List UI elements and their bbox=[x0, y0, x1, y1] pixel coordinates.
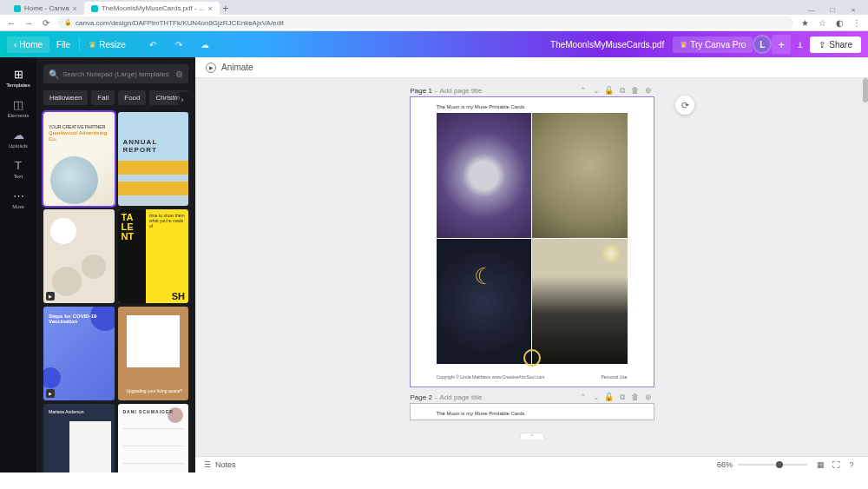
template-item[interactable]: ANNUAL REPORT bbox=[118, 112, 189, 206]
close-icon[interactable]: × bbox=[73, 4, 77, 13]
file-menu[interactable]: File bbox=[49, 36, 77, 53]
forward-icon[interactable]: → bbox=[23, 17, 35, 29]
page-header: Page 1 - Add page title ⌃ ⌄ 🔓 ⧉ 🗑 ⊕ bbox=[411, 85, 654, 96]
grid-view-icon[interactable]: ▦ bbox=[812, 457, 828, 472]
zoom-thumb[interactable] bbox=[776, 461, 783, 468]
cursor-indicator bbox=[523, 349, 541, 367]
rail-templates[interactable]: ⊞Templates bbox=[0, 63, 36, 93]
card-grid bbox=[437, 113, 628, 364]
uploads-icon: ☁ bbox=[13, 129, 24, 142]
rail-text[interactable]: TText bbox=[0, 154, 36, 184]
bookmark-icon[interactable]: ☆ bbox=[816, 17, 828, 29]
notes-icon: ☰ bbox=[204, 460, 211, 469]
search-options-icon[interactable]: ⚙ bbox=[175, 69, 183, 79]
undo-icon[interactable]: ↶ bbox=[143, 35, 162, 54]
duplicate-icon[interactable]: ⧉ bbox=[617, 85, 628, 96]
try-pro-button[interactable]: ♛ Try Canva Pro bbox=[673, 36, 753, 53]
page-canvas[interactable]: The Moon is my Muse Printable Cards Copy… bbox=[411, 97, 654, 387]
document-heading[interactable]: The Moon is my Muse Printable Cards bbox=[437, 104, 628, 109]
add-page-icon[interactable]: ⊕ bbox=[643, 85, 654, 96]
page-block: Page 1 - Add page title ⌃ ⌄ 🔓 ⧉ 🗑 ⊕ The … bbox=[411, 85, 654, 387]
tab-label: TheMoonIsMyMuseCards.pdf - ... bbox=[102, 4, 205, 12]
chip-halloween[interactable]: Halloween bbox=[43, 90, 88, 105]
home-button[interactable]: ‹ Home bbox=[7, 36, 49, 53]
template-item[interactable]: Mariana Anderson bbox=[43, 404, 115, 472]
resize-button[interactable]: ♛ Resize bbox=[82, 36, 133, 53]
template-item[interactable]: YOUR CREATIVE PARTNERQuarkwood Advertisi… bbox=[43, 112, 115, 206]
text-icon: T bbox=[15, 159, 22, 172]
trash-icon[interactable]: 🗑 bbox=[630, 85, 641, 96]
lock-icon[interactable]: 🔓 bbox=[604, 85, 615, 96]
card-image-moon[interactable] bbox=[437, 113, 532, 238]
scrollbar[interactable] bbox=[863, 78, 868, 456]
refresh-button[interactable]: ⟳ bbox=[675, 96, 694, 115]
template-item[interactable]: Steps for COVID-19 Vaccination ▶ bbox=[43, 307, 115, 400]
minimize-icon[interactable]: — bbox=[804, 4, 819, 15]
rail-elements[interactable]: ◫Elements bbox=[0, 93, 36, 123]
zoom-slider[interactable] bbox=[738, 464, 807, 466]
animate-icon: ▶ bbox=[206, 63, 216, 73]
zoom-value[interactable]: 66% bbox=[717, 460, 733, 469]
chevron-right-icon[interactable]: › bbox=[176, 92, 188, 105]
add-page-icon[interactable]: ⊕ bbox=[643, 392, 654, 402]
new-tab-button[interactable]: + bbox=[220, 3, 232, 15]
page-title-input[interactable]: Add page title bbox=[440, 393, 483, 401]
canvas-viewport[interactable]: Page 1 - Add page title ⌃ ⌄ 🔓 ⧉ 🗑 ⊕ The … bbox=[195, 78, 868, 456]
template-item[interactable]: TA LE NT time to show them what you're m… bbox=[118, 209, 189, 303]
trash-icon[interactable]: 🗑 bbox=[630, 392, 641, 402]
animate-button[interactable]: Animate bbox=[221, 63, 253, 72]
crown-icon: ♛ bbox=[89, 40, 96, 50]
rail-uploads[interactable]: ☁Uploads bbox=[0, 123, 36, 154]
document-heading[interactable]: The Moon is my Muse Printable Cards bbox=[437, 411, 628, 416]
maximize-icon[interactable]: □ bbox=[825, 4, 840, 15]
tab-label: Home - Canva bbox=[24, 4, 69, 12]
browser-tab[interactable]: Home - Canva × bbox=[7, 2, 84, 15]
page-canvas[interactable]: The Moon is my Muse Printable Cards bbox=[411, 404, 654, 420]
chip-food[interactable]: Food bbox=[118, 90, 146, 105]
profile-icon[interactable]: ◐ bbox=[833, 17, 845, 29]
separator bbox=[79, 37, 80, 51]
card-image-moonface[interactable] bbox=[532, 113, 628, 238]
url-input[interactable]: 🔒 canva.com/design/DAFPimTHTFk/KUN4on8Gj… bbox=[57, 17, 793, 29]
canvas-area: ▶ Animate Page 1 - Add page title ⌃ ⌄ 🔓 … bbox=[195, 57, 868, 472]
help-icon[interactable]: ? bbox=[844, 457, 859, 472]
duplicate-icon[interactable]: ⧉ bbox=[617, 392, 628, 402]
document-title[interactable]: TheMoonIsMyMuseCards.pdf bbox=[550, 40, 664, 50]
lock-icon: 🔒 bbox=[64, 19, 72, 26]
share-button[interactable]: ⇪ Share bbox=[810, 36, 861, 53]
back-icon[interactable]: ← bbox=[5, 17, 17, 29]
card-image-lotus[interactable] bbox=[437, 239, 532, 364]
chevron-up-icon[interactable]: ⌃ bbox=[578, 85, 589, 96]
add-collaborator-button[interactable]: + bbox=[772, 35, 791, 54]
lock-icon[interactable]: 🔓 bbox=[604, 392, 615, 402]
elements-icon: ◫ bbox=[13, 98, 23, 111]
menu-icon[interactable]: ⋮ bbox=[851, 17, 863, 29]
extension-icon[interactable]: ★ bbox=[799, 17, 811, 29]
fullscreen-icon[interactable]: ⛶ bbox=[828, 457, 844, 472]
template-item[interactable]: Upgrading your living space? bbox=[118, 307, 189, 400]
rail-more[interactable]: ⋯More bbox=[0, 184, 36, 215]
chevron-down-icon[interactable]: ⌄ bbox=[591, 85, 602, 96]
chevron-up-icon[interactable]: ⌃ bbox=[578, 392, 589, 402]
avatar[interactable]: L bbox=[753, 35, 772, 54]
context-toolbar: ▶ Animate bbox=[195, 57, 868, 78]
chip-fall[interactable]: Fall bbox=[91, 90, 115, 105]
card-image-tree[interactable] bbox=[532, 239, 628, 364]
template-item[interactable]: DANI SCHWAIGER bbox=[118, 404, 189, 472]
scrollbar-thumb[interactable] bbox=[863, 78, 868, 102]
page-title-input[interactable]: Add page title bbox=[440, 87, 483, 95]
analytics-icon[interactable]: ⫫ bbox=[791, 35, 810, 54]
search-input[interactable]: 🔍 Search Notepad (Large) templates ⚙ bbox=[43, 64, 188, 83]
redo-icon[interactable]: ↷ bbox=[169, 35, 188, 54]
browser-tab-strip: Home - Canva × TheMoonIsMyMuseCards.pdf … bbox=[0, 0, 868, 15]
address-bar: ← → ⟳ 🔒 canva.com/design/DAFPimTHTFk/KUN… bbox=[0, 15, 868, 31]
notes-button[interactable]: ☰ Notes bbox=[204, 460, 236, 469]
template-item[interactable]: ▶ bbox=[43, 209, 115, 303]
expand-pages-handle[interactable]: ⌃ bbox=[520, 433, 544, 439]
close-window-icon[interactable]: × bbox=[845, 4, 861, 15]
browser-tab-active[interactable]: TheMoonIsMyMuseCards.pdf - ... × bbox=[84, 2, 220, 15]
chevron-down-icon[interactable]: ⌄ bbox=[591, 392, 602, 402]
close-icon[interactable]: × bbox=[208, 4, 213, 13]
reload-icon[interactable]: ⟳ bbox=[40, 17, 52, 29]
page-header: Page 2 - Add page title ⌃ ⌄ 🔓 ⧉ 🗑 ⊕ bbox=[411, 392, 654, 402]
